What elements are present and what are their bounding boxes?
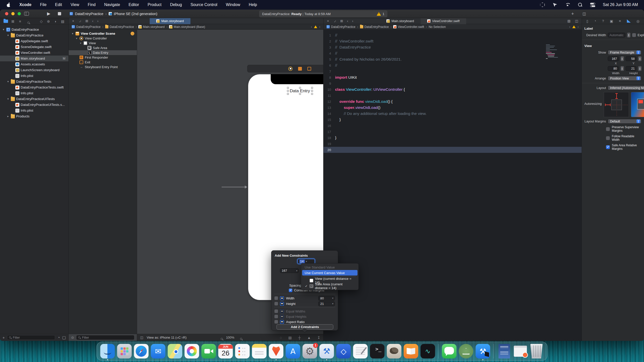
embed-icon[interactable]: ↧ (317, 336, 320, 340)
code-line-19[interactable]: 19 (324, 141, 582, 147)
add-editor-icon[interactable]: ◫ (575, 19, 578, 23)
zoom-window-button[interactable] (18, 12, 21, 15)
selection-handle[interactable] (287, 87, 289, 89)
height-field[interactable]: 21 (626, 66, 637, 71)
menu-debug[interactable]: Debug (170, 3, 182, 7)
scene-arrow-icon[interactable]: → (131, 32, 134, 35)
code-line-16[interactable]: 16 (324, 123, 582, 129)
tab-main-storyboard[interactable]: Main.storyboard (150, 18, 190, 24)
constrain-margins-checkbox[interactable]: ✓ (289, 289, 292, 292)
menu-edit[interactable]: Edit (55, 3, 62, 7)
selection-handle[interactable] (311, 90, 313, 92)
close-editor-icon[interactable]: × (327, 19, 329, 23)
minimap-toggle-icon[interactable]: ▤ (567, 19, 570, 23)
code-line-10[interactable]: 10class ViewController: UIViewController… (324, 86, 582, 93)
desired-width-field[interactable]: Automatic (608, 33, 625, 37)
jump-item-main-storyboard[interactable]: Main.storyboard (138, 25, 165, 29)
outline-row-view[interactable]: ▾View (69, 41, 137, 46)
disclosure-triangle[interactable]: ▾ (7, 80, 10, 83)
menu-item-use-current-canvas-value[interactable]: Use Current Canvas Value (302, 270, 357, 276)
scheme-project[interactable]: DataEntryPractice (75, 12, 103, 16)
warning-count[interactable]: 1 (382, 12, 384, 16)
disclosure-triangle[interactable]: ▾ (71, 32, 74, 35)
dock-trash[interactable] (529, 344, 544, 358)
back-icon[interactable]: ‹ (92, 19, 93, 23)
add-constraints-icon[interactable]: ┼ (298, 336, 301, 340)
recent-files-filter-icon[interactable]: ◔ (57, 335, 60, 340)
jump-warning-icon[interactable] (314, 25, 317, 28)
file-row-launchscreen-storyboard[interactable]: LaunchScreen.storyboard (0, 67, 68, 73)
dock-launchpad[interactable] (117, 344, 132, 358)
menu-window[interactable]: Window (226, 3, 240, 7)
file-inspector-icon[interactable]: ▯ (586, 19, 588, 23)
show-dropdown[interactable]: Frame Rectangle ▲▼ (608, 50, 641, 55)
disclosure-triangle[interactable]: ▾ (7, 34, 10, 37)
dock-calendar[interactable]: JUN26 (218, 344, 233, 358)
dock-messages[interactable] (442, 344, 457, 358)
width-field[interactable]: 80 (608, 66, 619, 71)
dock-pdfbook[interactable] (499, 344, 510, 358)
dock-terminal[interactable]: >_ (370, 344, 385, 358)
size-inspector-icon[interactable] (627, 19, 631, 23)
scm-filter-icon[interactable]: ▢ (62, 335, 66, 340)
stop-button[interactable] (58, 12, 61, 15)
jump-item-no-selection[interactable]: No Selection (429, 25, 446, 29)
scheme-device[interactable]: iPhone SE (2nd generation) (114, 12, 157, 16)
file-row-dataentrypracticetests[interactable]: ▾DataEntryPracticeTests (0, 79, 68, 84)
dock-finder[interactable] (100, 344, 115, 358)
dock-instruments[interactable]: ∿ (421, 344, 435, 358)
dock-textedit[interactable] (353, 344, 368, 358)
code-line-15[interactable]: 15 } (324, 117, 582, 123)
attributes-inspector-icon[interactable]: ≡ (619, 19, 621, 23)
focus-editor-icon[interactable]: ↔ (77, 19, 82, 24)
exit-icon[interactable]: → (307, 67, 311, 71)
code-line-11[interactable]: 11 (324, 93, 582, 99)
code-line-14[interactable]: 14 // Do any additional setup after load… (324, 111, 582, 117)
scheme-selector[interactable]: DataEntryPractice › iPhone SE (2nd gener… (70, 12, 157, 16)
minimize-window-button[interactable] (11, 12, 15, 15)
outline-row-view-controller-scene[interactable]: ▾View Controller Scene→ (69, 31, 137, 36)
code-line-9[interactable]: 9 (324, 80, 582, 86)
menu-find[interactable]: Find (88, 3, 96, 7)
code-line-18[interactable]: 18} (324, 135, 582, 141)
editor-options-icon[interactable]: ◫ (583, 12, 586, 16)
menu-view[interactable]: View (70, 3, 79, 7)
source-editor[interactable]: 1//2// ViewController.swift3// DataEntry… (324, 30, 582, 341)
code-line-8[interactable]: 8import UIKit (324, 74, 582, 80)
outline-row-data-entry[interactable]: LData Entry (69, 50, 137, 55)
checkbox-row-preserve-superview-margins[interactable]: Preserve Superview Margins (606, 124, 644, 133)
add-constraints-button[interactable]: Add 2 Constraints (276, 324, 333, 330)
leading-spacing-combo[interactable]: 167 ▾ (280, 268, 299, 273)
dock-safari[interactable] (134, 344, 149, 358)
source-control-navigator-icon[interactable]: ⊠ (10, 19, 15, 23)
test-navigator-icon[interactable]: ◇ (39, 19, 44, 23)
checkbox-row-safe-area-relative-margins[interactable]: ✓ Safe Area Relative Margins (606, 143, 644, 152)
selection-handle[interactable] (287, 93, 289, 95)
symbol-navigator-icon[interactable]: ≡ (18, 19, 23, 23)
file-row-info-plist[interactable]: Info.plist (0, 73, 68, 79)
file-row-main-storyboard[interactable]: Main.storyboardM (0, 56, 68, 61)
disclosure-triangle[interactable]: ▾ (2, 28, 5, 31)
dock-notes[interactable] (252, 344, 267, 358)
debug-navigator-icon[interactable]: ⊚ (46, 19, 51, 23)
close-editor-icon[interactable]: × (72, 19, 74, 23)
disclosure-triangle[interactable]: ▾ (7, 97, 10, 101)
dock-windowmini[interactable] (514, 346, 527, 357)
layout-margins-dropdown[interactable]: Default ▲▼ (608, 119, 641, 124)
jump-item-dataentrypractice[interactable]: DataEntryPractice (360, 25, 389, 29)
file-row-dataentrypractice[interactable]: ▾DataEntryPractice (0, 32, 68, 38)
file-row-products[interactable]: ▸Products (0, 113, 68, 119)
checkbox[interactable] (606, 136, 610, 140)
resolve-layout-icon[interactable]: ▲ (307, 336, 311, 340)
report-navigator-icon[interactable]: ▤ (60, 19, 65, 23)
file-row-info-plist[interactable]: Info.plist (0, 108, 68, 113)
file-row-dataentrypracticetests-swift[interactable]: DataEntryPracticeTests.swift (0, 84, 68, 90)
selection-handle[interactable] (299, 87, 301, 89)
view-controller-icon[interactable] (288, 67, 293, 71)
prev-issue-icon[interactable]: ‹ (569, 25, 570, 29)
file-row-scenedelegate-swift[interactable]: SceneDelegate.swift (0, 44, 68, 50)
editor-mode-icon[interactable]: ⊞ (86, 19, 88, 23)
jump-warning-icon[interactable] (572, 25, 576, 28)
tab-viewcontroller-swift[interactable]: ViewController.swift (421, 18, 466, 24)
status-location-icon[interactable] (552, 3, 557, 7)
